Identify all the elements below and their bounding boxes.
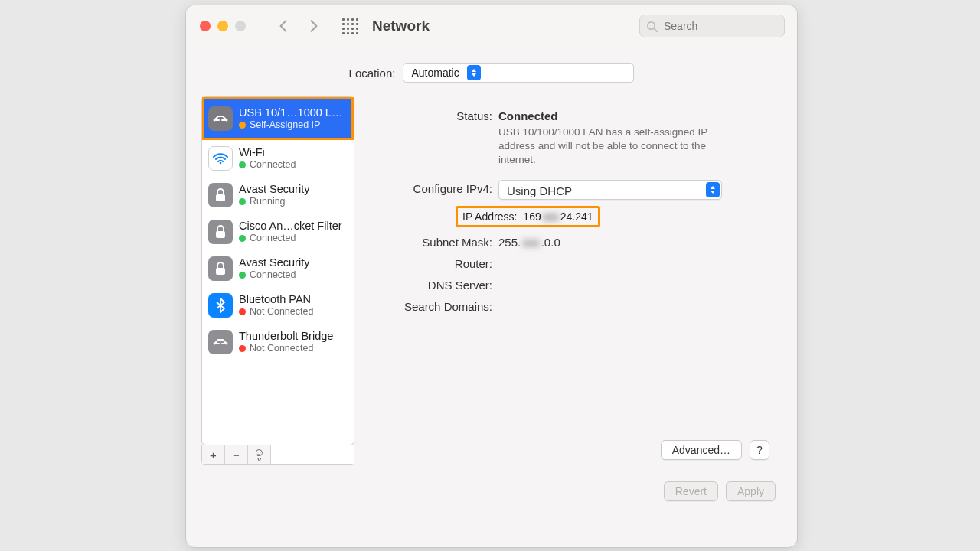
service-item-2[interactable]: Avast SecurityRunning — [205, 177, 351, 214]
system-prefs-window: Network Location: Automatic USB 10/1…100… — [185, 5, 798, 548]
subnet-mask-label: Subnet Mask: — [368, 233, 498, 249]
service-name: Cisco An…cket Filter — [239, 220, 342, 233]
status-dot-icon — [239, 345, 246, 352]
service-item-5[interactable]: Bluetooth PANNot Connected — [205, 287, 351, 324]
remove-service-button[interactable]: − — [225, 445, 248, 464]
status-label: Status: — [368, 107, 498, 122]
footer-buttons: Revert Apply — [186, 465, 797, 501]
service-item-4[interactable]: Avast SecurityConnected — [205, 250, 351, 287]
svg-rect-5 — [216, 194, 225, 201]
service-status: Connected — [239, 269, 309, 280]
status-description: USB 10/100/1000 LAN has a self-assigned … — [498, 126, 736, 168]
service-detail: Status: Connected USB 10/100/1000 LAN ha… — [368, 96, 782, 465]
service-status: Not Connected — [239, 343, 333, 354]
service-item-6[interactable]: Thunderbolt BridgeNot Connected — [205, 324, 351, 360]
search-icon — [646, 21, 662, 32]
configure-ipv4-value: Using DHCP — [499, 182, 580, 197]
configure-ipv4-select[interactable]: Using DHCP — [498, 180, 722, 200]
lock-icon — [208, 256, 233, 281]
revert-button[interactable]: Revert — [664, 481, 718, 501]
status-dot-icon — [239, 235, 246, 242]
nav-arrows — [276, 19, 321, 33]
more-actions-button[interactable]: ☺︎˅ — [248, 445, 271, 464]
service-name: Thunderbolt Bridge — [239, 330, 333, 343]
svg-line-1 — [654, 28, 657, 31]
location-row: Location: Automatic — [186, 63, 797, 83]
chevron-updown-icon — [467, 65, 481, 80]
service-status: Connected — [239, 233, 342, 243]
service-status: Not Connected — [239, 306, 313, 317]
network-services-sidebar: USB 10/1…1000 LANSelf-Assigned IPWi-FiCo… — [201, 96, 354, 465]
eth-icon — [208, 330, 233, 354]
router-label: Router: — [368, 255, 498, 270]
location-select[interactable]: Automatic — [403, 63, 634, 83]
status-value: Connected — [498, 107, 736, 122]
zoom-button[interactable] — [235, 21, 246, 31]
service-name: Wi-Fi — [239, 146, 296, 159]
status-dot-icon — [239, 122, 246, 129]
status-dot-icon — [239, 272, 246, 279]
service-item-0[interactable]: USB 10/1…1000 LANSelf-Assigned IP — [202, 97, 354, 140]
add-service-button[interactable]: + — [202, 445, 225, 464]
status-dot-icon — [239, 161, 246, 168]
service-name: Avast Security — [239, 183, 309, 196]
search-input[interactable] — [662, 19, 778, 33]
toolbar-spacer — [271, 445, 354, 464]
show-all-button[interactable] — [342, 18, 358, 34]
svg-point-9 — [226, 343, 228, 345]
ip-address-label: IP Address: — [462, 210, 517, 223]
subnet-mask-value: 255.xxx.0.0 — [498, 233, 560, 249]
service-name: USB 10/1…1000 LAN — [239, 106, 346, 119]
service-list-toolbar: + − ☺︎˅ — [201, 445, 354, 465]
service-item-3[interactable]: Cisco An…cket FilterConnected — [205, 214, 351, 250]
back-button[interactable] — [276, 19, 290, 33]
search-field[interactable] — [639, 15, 785, 37]
service-name: Avast Security — [239, 256, 309, 269]
help-button[interactable]: ? — [750, 440, 769, 460]
status-dot-icon — [239, 308, 246, 315]
lock-icon — [208, 220, 233, 244]
service-list[interactable]: USB 10/1…1000 LANSelf-Assigned IPWi-FiCo… — [201, 96, 354, 445]
svg-point-3 — [226, 119, 228, 122]
ip-address-value: 169xxx24.241 — [523, 210, 593, 223]
location-label: Location: — [349, 67, 396, 80]
service-status: Running — [239, 196, 309, 207]
ip-address-highlight: IP Address: 169xxx24.241 — [456, 206, 600, 227]
pane-title: Network — [372, 18, 430, 34]
chevron-updown-icon — [706, 182, 720, 197]
svg-point-8 — [214, 343, 216, 345]
dns-server-label: DNS Server: — [368, 276, 498, 292]
svg-point-4 — [220, 162, 222, 165]
apply-button[interactable]: Apply — [726, 481, 776, 501]
configure-ipv4-label: Configure IPv4: — [368, 180, 498, 195]
service-item-1[interactable]: Wi-FiConnected — [205, 140, 351, 177]
wifi-icon — [208, 146, 233, 171]
service-name: Bluetooth PAN — [239, 293, 313, 306]
lock-icon — [208, 183, 233, 207]
svg-rect-7 — [216, 268, 225, 275]
search-domains-label: Search Domains: — [368, 298, 498, 313]
location-value: Automatic — [403, 67, 466, 79]
advanced-button[interactable]: Advanced… — [661, 440, 742, 460]
window-controls — [186, 21, 246, 31]
status-dot-icon — [239, 198, 246, 205]
close-button[interactable] — [200, 21, 211, 31]
service-status: Self-Assigned IP — [239, 119, 346, 130]
titlebar: Network — [186, 5, 797, 47]
minimize-button[interactable] — [217, 21, 228, 31]
forward-button[interactable] — [307, 19, 321, 33]
bt-icon — [208, 293, 233, 318]
svg-point-2 — [214, 119, 216, 122]
service-status: Connected — [239, 159, 296, 170]
eth-icon — [208, 106, 233, 131]
svg-rect-6 — [216, 231, 225, 238]
